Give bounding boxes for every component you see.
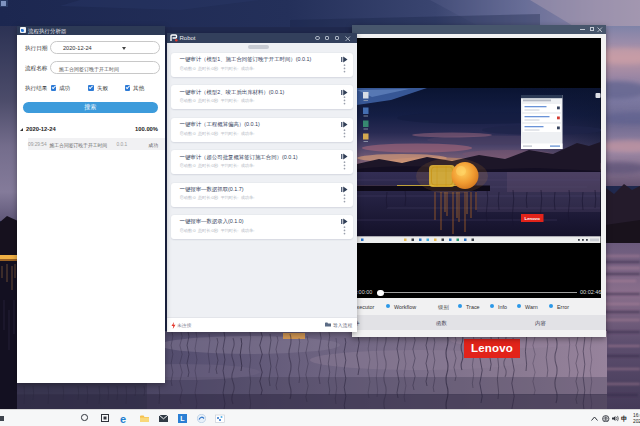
svg-text:Lenovo: Lenovo bbox=[525, 216, 541, 221]
